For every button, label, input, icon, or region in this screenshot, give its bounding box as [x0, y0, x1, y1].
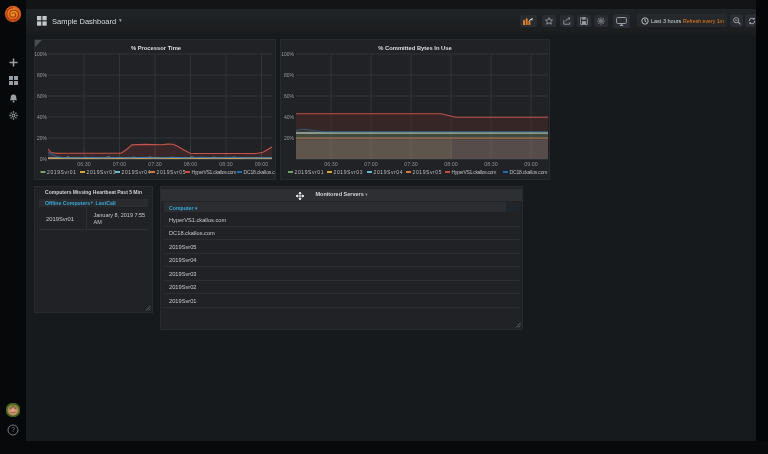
svg-text:06:30: 06:30 [324, 161, 337, 167]
svg-text:2019Svr01: 2019Svr01 [47, 169, 76, 175]
svg-text:40%: 40% [37, 114, 48, 120]
svg-text:08:30: 08:30 [219, 161, 232, 167]
svg-text:HyperVS1.ckallos.com: HyperVS1.ckallos.com [452, 169, 497, 175]
svg-text:% Committed Bytes In Use: % Committed Bytes In Use [378, 45, 452, 51]
svg-text:2019Svr04: 2019Svr04 [122, 169, 151, 175]
svg-text:100%: 100% [281, 51, 294, 57]
svg-text:09:00: 09:00 [255, 161, 268, 167]
svg-text:DC18.ckallos.com: DC18.ckallos.com [510, 169, 548, 175]
svg-text:08:00: 08:00 [444, 161, 457, 167]
svg-text:HyperVS1.ckallos.com: HyperVS1.ckallos.com [192, 169, 237, 175]
svg-text:60%: 60% [284, 93, 295, 99]
svg-text:08:00: 08:00 [184, 161, 197, 167]
svg-text:DC18.ckallos.com: DC18.ckallos.com [244, 169, 276, 175]
svg-text:08:30: 08:30 [484, 161, 497, 167]
svg-text:80%: 80% [37, 72, 48, 78]
svg-text:0%: 0% [40, 156, 48, 162]
svg-text:07:00: 07:00 [364, 161, 377, 167]
svg-text:06:30: 06:30 [77, 161, 90, 167]
svg-text:% Processor Time: % Processor Time [131, 45, 182, 51]
svg-text:2019Svr05: 2019Svr05 [413, 169, 442, 175]
svg-text:2019Svr03: 2019Svr03 [87, 169, 116, 175]
svg-text:2019Svr04: 2019Svr04 [374, 169, 403, 175]
svg-text:07:30: 07:30 [404, 161, 417, 167]
svg-text:2019Svr03: 2019Svr03 [334, 169, 363, 175]
svg-text:?: ? [11, 426, 15, 433]
svg-text:07:30: 07:30 [148, 161, 161, 167]
svg-text:100%: 100% [35, 51, 48, 57]
svg-text:80%: 80% [284, 72, 295, 78]
svg-text:07:00: 07:00 [113, 161, 126, 167]
svg-text:09:00: 09:00 [524, 161, 537, 167]
svg-text:20%: 20% [284, 135, 295, 141]
svg-text:20%: 20% [37, 135, 48, 141]
svg-text:2019Svr05: 2019Svr05 [157, 169, 186, 175]
svg-text:40%: 40% [284, 114, 295, 120]
svg-text:2019Svr01: 2019Svr01 [295, 169, 324, 175]
svg-text:60%: 60% [37, 93, 48, 99]
